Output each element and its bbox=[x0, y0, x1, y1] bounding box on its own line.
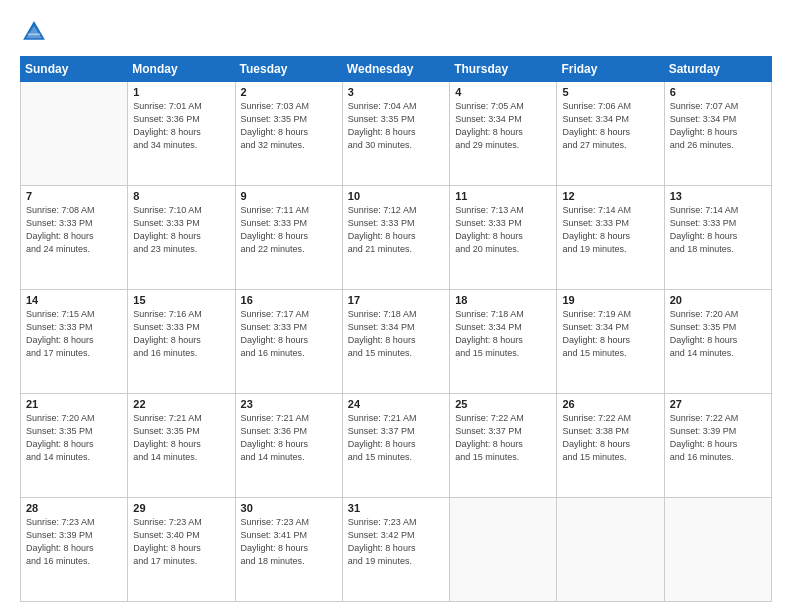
calendar-day-cell: 1Sunrise: 7:01 AMSunset: 3:36 PMDaylight… bbox=[128, 82, 235, 186]
day-number: 14 bbox=[26, 294, 122, 306]
day-info: Sunrise: 7:07 AMSunset: 3:34 PMDaylight:… bbox=[670, 100, 766, 152]
day-info: Sunrise: 7:20 AMSunset: 3:35 PMDaylight:… bbox=[26, 412, 122, 464]
day-number: 10 bbox=[348, 190, 444, 202]
calendar-day-header: Saturday bbox=[664, 57, 771, 82]
calendar-week-row: 28Sunrise: 7:23 AMSunset: 3:39 PMDayligh… bbox=[21, 498, 772, 602]
day-info: Sunrise: 7:23 AMSunset: 3:42 PMDaylight:… bbox=[348, 516, 444, 568]
calendar-day-cell: 7Sunrise: 7:08 AMSunset: 3:33 PMDaylight… bbox=[21, 186, 128, 290]
day-number: 25 bbox=[455, 398, 551, 410]
day-number: 19 bbox=[562, 294, 658, 306]
day-number: 31 bbox=[348, 502, 444, 514]
day-info: Sunrise: 7:23 AMSunset: 3:40 PMDaylight:… bbox=[133, 516, 229, 568]
day-number: 3 bbox=[348, 86, 444, 98]
day-info: Sunrise: 7:18 AMSunset: 3:34 PMDaylight:… bbox=[455, 308, 551, 360]
calendar-day-cell: 28Sunrise: 7:23 AMSunset: 3:39 PMDayligh… bbox=[21, 498, 128, 602]
day-number: 20 bbox=[670, 294, 766, 306]
day-info: Sunrise: 7:03 AMSunset: 3:35 PMDaylight:… bbox=[241, 100, 337, 152]
calendar-day-cell: 30Sunrise: 7:23 AMSunset: 3:41 PMDayligh… bbox=[235, 498, 342, 602]
calendar-day-cell bbox=[557, 498, 664, 602]
day-info: Sunrise: 7:11 AMSunset: 3:33 PMDaylight:… bbox=[241, 204, 337, 256]
calendar-day-cell bbox=[450, 498, 557, 602]
calendar-day-cell: 18Sunrise: 7:18 AMSunset: 3:34 PMDayligh… bbox=[450, 290, 557, 394]
calendar-day-header: Tuesday bbox=[235, 57, 342, 82]
calendar-day-header: Monday bbox=[128, 57, 235, 82]
day-info: Sunrise: 7:10 AMSunset: 3:33 PMDaylight:… bbox=[133, 204, 229, 256]
calendar-day-cell: 6Sunrise: 7:07 AMSunset: 3:34 PMDaylight… bbox=[664, 82, 771, 186]
day-info: Sunrise: 7:12 AMSunset: 3:33 PMDaylight:… bbox=[348, 204, 444, 256]
day-number: 21 bbox=[26, 398, 122, 410]
day-number: 27 bbox=[670, 398, 766, 410]
calendar-day-cell: 8Sunrise: 7:10 AMSunset: 3:33 PMDaylight… bbox=[128, 186, 235, 290]
calendar-day-cell: 26Sunrise: 7:22 AMSunset: 3:38 PMDayligh… bbox=[557, 394, 664, 498]
calendar-day-cell: 24Sunrise: 7:21 AMSunset: 3:37 PMDayligh… bbox=[342, 394, 449, 498]
header bbox=[20, 18, 772, 46]
calendar-day-cell: 10Sunrise: 7:12 AMSunset: 3:33 PMDayligh… bbox=[342, 186, 449, 290]
day-info: Sunrise: 7:23 AMSunset: 3:39 PMDaylight:… bbox=[26, 516, 122, 568]
svg-rect-2 bbox=[28, 34, 40, 36]
calendar-day-cell: 19Sunrise: 7:19 AMSunset: 3:34 PMDayligh… bbox=[557, 290, 664, 394]
calendar-week-row: 7Sunrise: 7:08 AMSunset: 3:33 PMDaylight… bbox=[21, 186, 772, 290]
day-number: 17 bbox=[348, 294, 444, 306]
day-number: 8 bbox=[133, 190, 229, 202]
calendar-day-cell: 13Sunrise: 7:14 AMSunset: 3:33 PMDayligh… bbox=[664, 186, 771, 290]
calendar-day-cell: 14Sunrise: 7:15 AMSunset: 3:33 PMDayligh… bbox=[21, 290, 128, 394]
day-number: 28 bbox=[26, 502, 122, 514]
day-number: 5 bbox=[562, 86, 658, 98]
calendar-day-cell: 17Sunrise: 7:18 AMSunset: 3:34 PMDayligh… bbox=[342, 290, 449, 394]
calendar-day-cell: 21Sunrise: 7:20 AMSunset: 3:35 PMDayligh… bbox=[21, 394, 128, 498]
day-number: 12 bbox=[562, 190, 658, 202]
calendar-table: SundayMondayTuesdayWednesdayThursdayFrid… bbox=[20, 56, 772, 602]
day-number: 29 bbox=[133, 502, 229, 514]
day-info: Sunrise: 7:22 AMSunset: 3:37 PMDaylight:… bbox=[455, 412, 551, 464]
day-number: 24 bbox=[348, 398, 444, 410]
day-info: Sunrise: 7:20 AMSunset: 3:35 PMDaylight:… bbox=[670, 308, 766, 360]
calendar-day-cell: 5Sunrise: 7:06 AMSunset: 3:34 PMDaylight… bbox=[557, 82, 664, 186]
day-number: 2 bbox=[241, 86, 337, 98]
calendar-day-cell: 25Sunrise: 7:22 AMSunset: 3:37 PMDayligh… bbox=[450, 394, 557, 498]
day-number: 9 bbox=[241, 190, 337, 202]
calendar-day-cell: 20Sunrise: 7:20 AMSunset: 3:35 PMDayligh… bbox=[664, 290, 771, 394]
calendar-header-row: SundayMondayTuesdayWednesdayThursdayFrid… bbox=[21, 57, 772, 82]
calendar-day-header: Wednesday bbox=[342, 57, 449, 82]
calendar-day-cell: 3Sunrise: 7:04 AMSunset: 3:35 PMDaylight… bbox=[342, 82, 449, 186]
day-number: 15 bbox=[133, 294, 229, 306]
day-info: Sunrise: 7:13 AMSunset: 3:33 PMDaylight:… bbox=[455, 204, 551, 256]
day-info: Sunrise: 7:22 AMSunset: 3:39 PMDaylight:… bbox=[670, 412, 766, 464]
calendar-day-cell: 12Sunrise: 7:14 AMSunset: 3:33 PMDayligh… bbox=[557, 186, 664, 290]
day-info: Sunrise: 7:14 AMSunset: 3:33 PMDaylight:… bbox=[562, 204, 658, 256]
calendar-day-cell: 4Sunrise: 7:05 AMSunset: 3:34 PMDaylight… bbox=[450, 82, 557, 186]
day-info: Sunrise: 7:21 AMSunset: 3:37 PMDaylight:… bbox=[348, 412, 444, 464]
calendar-day-cell: 9Sunrise: 7:11 AMSunset: 3:33 PMDaylight… bbox=[235, 186, 342, 290]
day-info: Sunrise: 7:16 AMSunset: 3:33 PMDaylight:… bbox=[133, 308, 229, 360]
day-number: 16 bbox=[241, 294, 337, 306]
day-info: Sunrise: 7:21 AMSunset: 3:35 PMDaylight:… bbox=[133, 412, 229, 464]
calendar-day-cell: 23Sunrise: 7:21 AMSunset: 3:36 PMDayligh… bbox=[235, 394, 342, 498]
day-info: Sunrise: 7:15 AMSunset: 3:33 PMDaylight:… bbox=[26, 308, 122, 360]
calendar-day-cell: 22Sunrise: 7:21 AMSunset: 3:35 PMDayligh… bbox=[128, 394, 235, 498]
logo-icon bbox=[20, 18, 48, 46]
calendar-day-cell bbox=[664, 498, 771, 602]
day-info: Sunrise: 7:21 AMSunset: 3:36 PMDaylight:… bbox=[241, 412, 337, 464]
calendar-day-cell: 11Sunrise: 7:13 AMSunset: 3:33 PMDayligh… bbox=[450, 186, 557, 290]
day-number: 13 bbox=[670, 190, 766, 202]
day-number: 7 bbox=[26, 190, 122, 202]
calendar-day-cell: 31Sunrise: 7:23 AMSunset: 3:42 PMDayligh… bbox=[342, 498, 449, 602]
day-info: Sunrise: 7:05 AMSunset: 3:34 PMDaylight:… bbox=[455, 100, 551, 152]
day-number: 4 bbox=[455, 86, 551, 98]
calendar-day-cell: 2Sunrise: 7:03 AMSunset: 3:35 PMDaylight… bbox=[235, 82, 342, 186]
day-number: 23 bbox=[241, 398, 337, 410]
calendar-day-cell: 16Sunrise: 7:17 AMSunset: 3:33 PMDayligh… bbox=[235, 290, 342, 394]
calendar-week-row: 1Sunrise: 7:01 AMSunset: 3:36 PMDaylight… bbox=[21, 82, 772, 186]
day-info: Sunrise: 7:18 AMSunset: 3:34 PMDaylight:… bbox=[348, 308, 444, 360]
calendar-day-cell bbox=[21, 82, 128, 186]
day-number: 1 bbox=[133, 86, 229, 98]
calendar-day-header: Friday bbox=[557, 57, 664, 82]
day-info: Sunrise: 7:06 AMSunset: 3:34 PMDaylight:… bbox=[562, 100, 658, 152]
calendar-day-cell: 29Sunrise: 7:23 AMSunset: 3:40 PMDayligh… bbox=[128, 498, 235, 602]
calendar-day-header: Thursday bbox=[450, 57, 557, 82]
day-info: Sunrise: 7:14 AMSunset: 3:33 PMDaylight:… bbox=[670, 204, 766, 256]
day-info: Sunrise: 7:01 AMSunset: 3:36 PMDaylight:… bbox=[133, 100, 229, 152]
day-number: 18 bbox=[455, 294, 551, 306]
day-info: Sunrise: 7:22 AMSunset: 3:38 PMDaylight:… bbox=[562, 412, 658, 464]
day-info: Sunrise: 7:04 AMSunset: 3:35 PMDaylight:… bbox=[348, 100, 444, 152]
